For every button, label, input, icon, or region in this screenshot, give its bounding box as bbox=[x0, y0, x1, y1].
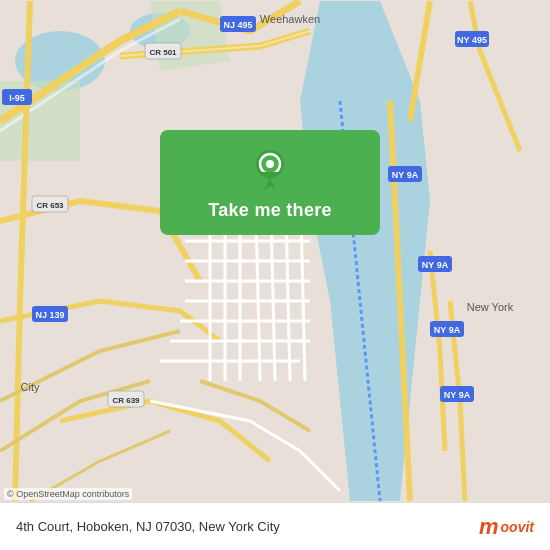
svg-text:Weehawken: Weehawken bbox=[260, 13, 320, 25]
osm-attribution: © OpenStreetMap contributors bbox=[4, 488, 132, 500]
svg-point-33 bbox=[266, 160, 274, 168]
svg-text:NJ 139: NJ 139 bbox=[35, 310, 64, 320]
map-svg: I-95 NJ 495 CR 501 NJ 139 CR 653 NY 9A N… bbox=[0, 0, 550, 502]
cta-button-container: Take me there bbox=[160, 130, 380, 235]
address-text: 4th Court, Hoboken, NJ 07030, New York C… bbox=[16, 519, 479, 534]
moovit-brand-text: oovit bbox=[501, 519, 534, 535]
svg-text:NY 9A: NY 9A bbox=[444, 390, 471, 400]
svg-text:CR 501: CR 501 bbox=[149, 48, 177, 57]
app-container: I-95 NJ 495 CR 501 NJ 139 CR 653 NY 9A N… bbox=[0, 0, 550, 550]
svg-text:NY 9A: NY 9A bbox=[392, 170, 419, 180]
map-container: I-95 NJ 495 CR 501 NJ 139 CR 653 NY 9A N… bbox=[0, 0, 550, 502]
svg-text:CR 639: CR 639 bbox=[112, 396, 140, 405]
svg-text:NY 495: NY 495 bbox=[457, 35, 487, 45]
svg-text:New York: New York bbox=[467, 301, 514, 313]
svg-text:City: City bbox=[21, 381, 40, 393]
svg-text:I-95: I-95 bbox=[9, 93, 25, 103]
location-pin-icon bbox=[252, 148, 288, 192]
moovit-logo: m oovit bbox=[479, 516, 534, 538]
bottom-bar: 4th Court, Hoboken, NJ 07030, New York C… bbox=[0, 502, 550, 550]
svg-text:CR 653: CR 653 bbox=[36, 201, 64, 210]
svg-text:NJ 495: NJ 495 bbox=[223, 20, 252, 30]
take-me-there-button[interactable]: Take me there bbox=[160, 130, 380, 235]
moovit-m-letter: m bbox=[479, 516, 499, 538]
cta-button-label: Take me there bbox=[208, 200, 332, 221]
svg-text:NY 9A: NY 9A bbox=[422, 260, 449, 270]
svg-text:NY 9A: NY 9A bbox=[434, 325, 461, 335]
